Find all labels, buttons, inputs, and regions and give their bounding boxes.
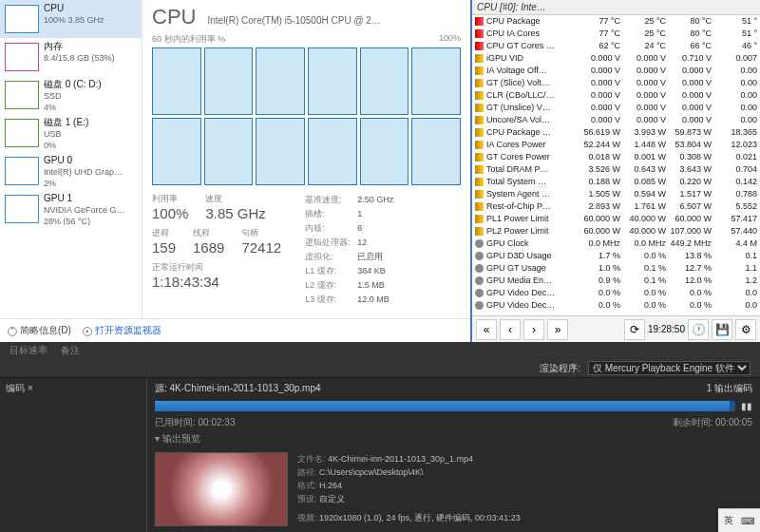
sensor-icon <box>475 239 484 248</box>
cpu-specs: 基准速度:2.50 GHz插槽:1内核:6逻辑处理器:12虚拟化:已启用L1 缓… <box>305 193 393 307</box>
nav-last-button[interactable]: » <box>547 319 568 340</box>
proc-val: 159 <box>152 239 176 256</box>
ime-indicator[interactable]: 英 <box>724 514 733 527</box>
sensor-icon <box>475 252 484 260</box>
sensor-row[interactable]: System Agent …1.505 W0.594 W1.517 W0.788 <box>472 188 760 200</box>
sensor-row[interactable]: GPU Clock0.0 MHz0.0 MHz449.2 MHz4.4 M <box>472 238 760 250</box>
task-manager: CPU100% 3.85 GHz 内存8.4/15.8 GB (53%) 磁盘 … <box>0 0 472 342</box>
hwinfo-toolbar: « ‹ › » ⟳ 19:28:50 🕐 💾 ⚙ <box>472 315 760 342</box>
sensor-icon <box>475 264 484 273</box>
queue-tab[interactable]: 编码 × <box>6 383 33 393</box>
sensor-row[interactable]: GPU Video Dec…0.0 %0.0 %0.0 %0.0 <box>472 299 760 312</box>
open-resmon-link[interactable]: ▪打开资源监视器 <box>83 324 162 337</box>
tm-tile-4[interactable]: GPU 0Intel(R) UHD Grap…2% <box>0 152 142 190</box>
sensor-row[interactable]: GT (Slice) Volt…0.000 V0.000 V0.000 V0.0… <box>472 77 760 89</box>
sensor-row[interactable]: PL2 Power Limit60.000 W40.000 W107.000 W… <box>472 225 760 238</box>
preview-toggle[interactable]: ▾ 输出预览 <box>155 432 752 446</box>
chevron-up-icon: ˄ <box>8 327 17 336</box>
tile-thumb-icon <box>5 81 39 109</box>
sensor-icon <box>475 276 484 285</box>
uptime-val: 1:18:43:34 <box>152 274 281 290</box>
sensor-icon <box>475 178 484 186</box>
sensor-row[interactable]: iGPU VID0.000 V0.000 V0.710 V0.007 <box>472 52 760 65</box>
sensor-row[interactable]: PL1 Power Limit60.000 W40.000 W60.000 W5… <box>472 213 760 225</box>
sensor-icon <box>475 104 484 112</box>
nav-prev-button[interactable]: ‹ <box>500 319 521 340</box>
source-file: 4K-Chimei-inn-2011-1013_30p.mp4 <box>170 383 321 393</box>
tm-tile-3[interactable]: 磁盘 1 (E:)USB0% <box>0 114 142 152</box>
renderer-select[interactable]: 仅 Mercury Playback Engine 软件 <box>588 361 750 375</box>
sensor-list[interactable]: CPU Package77 °C25 °C80 °C51 °CPU IA Cor… <box>472 15 760 315</box>
clock-icon[interactable]: 🕐 <box>688 319 709 340</box>
sensor-row[interactable]: Uncore/SA Vol…0.000 V0.000 V0.000 V0.00 <box>472 114 760 126</box>
hwinfo-time: 19:28:50 <box>648 324 685 334</box>
sensor-row[interactable]: Total DRAM P…3.526 W0.643 W3.643 W0.704 <box>472 163 760 176</box>
sensor-row[interactable]: IA Cores Power52.244 W1.448 W53.804 W12.… <box>472 139 760 151</box>
sensor-icon <box>475 116 484 124</box>
refresh-button[interactable]: ⟳ <box>624 319 645 340</box>
nav-next-button[interactable]: › <box>523 319 544 340</box>
sensor-row[interactable]: Total System …0.188 W0.085 W0.220 W0.142 <box>472 176 760 188</box>
output-metadata: 文件名: 4K-Chimei-inn-2011-1013_30p_1.mp4 路… <box>297 452 521 526</box>
sensor-icon <box>475 79 484 87</box>
tab-notes[interactable]: 备注 <box>61 344 80 357</box>
system-tray: 英 ⌨ <box>718 508 760 532</box>
tile-thumb-icon <box>5 119 39 147</box>
tm-tile-2[interactable]: 磁盘 0 (C: D:)SSD4% <box>0 76 142 114</box>
save-button[interactable]: 💾 <box>712 319 732 340</box>
sensor-icon <box>475 153 484 162</box>
pause-button[interactable]: ▮▮ <box>741 401 752 411</box>
graph-max: 100% <box>439 33 461 46</box>
sensor-row[interactable]: CLR (CBo/LLC/…0.000 V0.000 V0.000 V0.00 <box>472 89 760 102</box>
sensor-row[interactable]: CPU GT Cores …62 °C24 °C66 °C46 ° <box>472 40 760 52</box>
sensor-row[interactable]: GPU Media En…0.9 %0.1 %12.0 %1.2 <box>472 275 760 287</box>
tab-target-rate[interactable]: 目标速率 <box>10 344 48 357</box>
sensor-row[interactable]: GPU GT Usage1.0 %0.1 %12.7 %1.1 <box>472 262 760 275</box>
sensor-icon <box>475 165 484 174</box>
tm-tile-0[interactable]: CPU100% 3.85 GHz <box>0 0 142 38</box>
tm-footer: ˄简略信息(D) ▪打开资源监视器 <box>0 318 470 342</box>
render-label: 渲染程序: <box>540 362 580 375</box>
sensor-icon <box>475 202 484 211</box>
tm-sidebar: CPU100% 3.85 GHz 内存8.4/15.8 GB (53%) 磁盘 … <box>0 0 142 318</box>
tile-thumb-icon <box>5 157 39 185</box>
sensor-row[interactable]: Rest-of-Chip P…2.893 W1.761 W6.507 W5.55… <box>472 200 760 213</box>
sensor-row[interactable]: GPU D3D Usage1.7 %0.0 %13.8 %0.1 <box>472 250 760 262</box>
speed-val: 3.85 GHz <box>205 205 265 221</box>
sensor-row[interactable]: CPU Package77 °C25 °C80 °C51 ° <box>472 15 760 28</box>
elapsed-time: 00:02:33 <box>199 417 236 428</box>
cpu-core-graph[interactable] <box>152 48 461 185</box>
sensor-icon <box>475 91 484 100</box>
sensor-row[interactable]: CPU IA Cores77 °C25 °C80 °C51 ° <box>472 28 760 40</box>
monitor-icon: ▪ <box>83 327 92 336</box>
sensor-icon <box>475 227 484 236</box>
sensor-icon <box>475 190 484 199</box>
sensor-icon <box>475 301 484 310</box>
sensor-icon <box>475 289 484 297</box>
sensor-icon <box>475 54 484 63</box>
tile-thumb-icon <box>5 43 39 71</box>
util-val: 100% <box>152 205 188 221</box>
sensor-row[interactable]: GT (Unslice) V…0.000 V0.000 V0.000 V0.00 <box>472 102 760 114</box>
sensor-row[interactable]: GPU Video Dec…0.0 %0.0 %0.0 %0.0 <box>472 287 760 299</box>
sensor-icon <box>475 42 484 50</box>
ime-icon[interactable]: ⌨ <box>741 516 754 526</box>
hwinfo-tab[interactable]: CPU [#0]: Inte… <box>472 0 760 15</box>
sensor-row[interactable]: IA Voltage Off…0.000 V0.000 V0.000 V0.00 <box>472 65 760 77</box>
sensor-icon <box>475 215 484 223</box>
sensor-row[interactable]: GT Cores Power0.018 W0.001 W0.308 W0.021 <box>472 151 760 163</box>
thread-val: 1689 <box>193 239 224 256</box>
brief-toggle[interactable]: ˄简略信息(D) <box>8 324 71 337</box>
nav-first-button[interactable]: « <box>476 319 497 340</box>
hwinfo-panel: CPU [#0]: Inte… CPU Package77 °C25 °C80 … <box>472 0 760 342</box>
sensor-icon <box>475 128 484 137</box>
sensor-icon <box>475 17 484 26</box>
sensor-row[interactable]: CPU Package …56.619 W3.993 W59.873 W18.3… <box>472 126 760 139</box>
preview-thumbnail <box>155 452 288 526</box>
ae-tabs: 目标速率 备注 <box>0 342 760 359</box>
settings-button[interactable]: ⚙ <box>735 319 756 340</box>
tm-cpu-name: Intel(R) Core(TM) i5-10500H CPU @ 2… <box>207 15 380 26</box>
tm-tile-5[interactable]: GPU 1NVIDIA GeForce G…28% (56 °C) <box>0 190 142 228</box>
sensor-icon <box>475 29 484 38</box>
tm-tile-1[interactable]: 内存8.4/15.8 GB (53%) <box>0 38 142 76</box>
